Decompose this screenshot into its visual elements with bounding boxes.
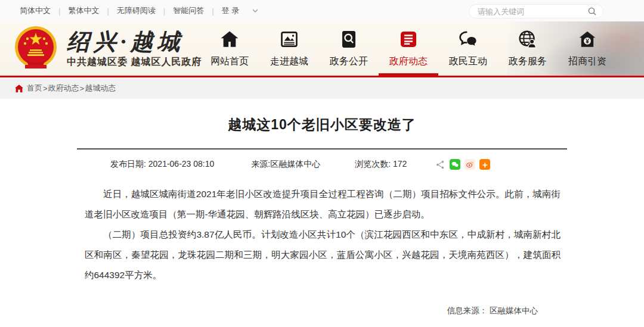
divider: | — [163, 7, 165, 15]
breadcrumb-separator: > — [43, 84, 48, 93]
share-nodes-icon[interactable] — [435, 160, 445, 170]
nav-item-about[interactable]: 走进越城 — [259, 28, 319, 76]
search-box — [469, 4, 603, 18]
share-bar: + — [435, 159, 490, 170]
nav-label: 政务服务 — [509, 55, 547, 68]
weibo-icon[interactable] — [465, 159, 475, 170]
view-count: 浏览次数: 172 — [355, 159, 407, 170]
house-yen-icon: ¥ — [577, 28, 599, 50]
article: 越城这10个老旧小区要改造了 发布日期: 2021-06-23 08:10 来源… — [0, 99, 644, 316]
site-header: 绍兴·越城 中共越城区委 越城区人民政府 网站首页 走进越城 — [0, 21, 644, 77]
breadcrumb-item-yuecheng-news[interactable]: 越城动态 — [85, 83, 116, 94]
brand-subtitle: 中共越城区委 越城区人民政府 — [67, 56, 202, 68]
nav-label: 政民互动 — [449, 55, 487, 68]
nav-label: 网站首页 — [210, 55, 249, 68]
breadcrumb: 首页 > 政府动态 > 越城动态 — [0, 77, 644, 99]
nav-label: 招商引资 — [568, 55, 606, 68]
plus-glyph: + — [482, 160, 488, 169]
divider: | — [58, 7, 60, 15]
chat-icon — [457, 28, 479, 50]
wechat-icon[interactable] — [450, 159, 460, 170]
smart-qa-link[interactable]: 智能问答 — [173, 5, 204, 16]
nav-label: 政府动态 — [389, 55, 428, 68]
lang-simplified-link[interactable]: 简体中文 — [20, 5, 51, 16]
home-icon — [219, 28, 241, 50]
nav-item-services[interactable]: 政务服务 — [498, 28, 558, 76]
breadcrumb-separator: > — [80, 84, 85, 93]
accessibility-link[interactable]: 无障碍阅读 — [117, 5, 156, 16]
paragraph: （二期）项目总投资约3.87亿人民币。计划改造小区共计10个（滨江花园西区和中东… — [85, 225, 561, 285]
main-nav: 网站首页 走进越城 政务公开 政府动态 — [200, 21, 617, 76]
svg-text:¥: ¥ — [586, 37, 589, 44]
article-body: 近日，越城区城南街道2021年老旧小区改造提升项目全过程工程咨询（二期）项目招标… — [0, 170, 644, 285]
photo-icon — [278, 28, 301, 50]
page-title: 越城这10个老旧小区要改造了 — [0, 116, 644, 134]
brand-text: 绍兴·越城 中共越城区委 越城区人民政府 — [67, 29, 202, 68]
nav-label: 政务公开 — [330, 55, 368, 68]
publish-date: 发布日期: 2021-06-23 08:10 — [110, 159, 214, 170]
info-source: 信息来源： 区融媒体中心 — [0, 306, 644, 316]
search-input[interactable] — [478, 7, 587, 16]
chevron-down-icon[interactable] — [252, 8, 258, 13]
breadcrumb-item-gov-news[interactable]: 政府动态 — [48, 83, 79, 94]
nav-item-interaction[interactable]: 政民互动 — [438, 28, 498, 76]
paragraph: 近日，越城区城南街道2021年老旧小区改造提升项目全过程工程咨询（二期）项目招标… — [85, 184, 561, 225]
page: 简体中文| 繁体中文| 无障碍阅读| 智能问答| 登 录 — [0, 0, 644, 327]
brand-title: 绍兴·越城 — [67, 29, 202, 55]
search-icon[interactable] — [587, 7, 597, 16]
login-link[interactable]: 登 录 — [222, 5, 240, 16]
source: 来源:区融媒体中心 — [251, 159, 320, 170]
nav-item-gov-news[interactable]: 政府动态 — [379, 28, 438, 76]
national-emblem — [13, 23, 58, 73]
brand[interactable]: 绍兴·越城 中共越城区委 越城区人民政府 — [13, 23, 202, 73]
nav-item-investment[interactable]: ¥ 招商引资 — [558, 28, 617, 76]
nav-item-open-gov[interactable]: 政务公开 — [319, 28, 379, 76]
topbar: 简体中文| 繁体中文| 无障碍阅读| 智能问答| 登 录 — [0, 0, 644, 21]
article-meta: 发布日期: 2021-06-23 08:10 来源:区融媒体中心 浏览次数: 1… — [110, 159, 644, 170]
breadcrumb-item-home[interactable]: 首页 — [27, 83, 42, 94]
doc-search-icon — [338, 28, 360, 50]
title-divider — [77, 148, 567, 150]
globe-user-icon — [517, 28, 539, 50]
divider: | — [212, 7, 213, 15]
share-plus-icon[interactable]: + — [479, 159, 490, 170]
nav-label: 走进越城 — [270, 55, 308, 68]
nav-item-home[interactable]: 网站首页 — [200, 28, 259, 76]
lang-traditional-link[interactable]: 繁体中文 — [68, 5, 99, 16]
breadcrumb-home-icon[interactable] — [15, 85, 23, 92]
news-icon — [398, 28, 420, 50]
divider: | — [107, 7, 109, 15]
